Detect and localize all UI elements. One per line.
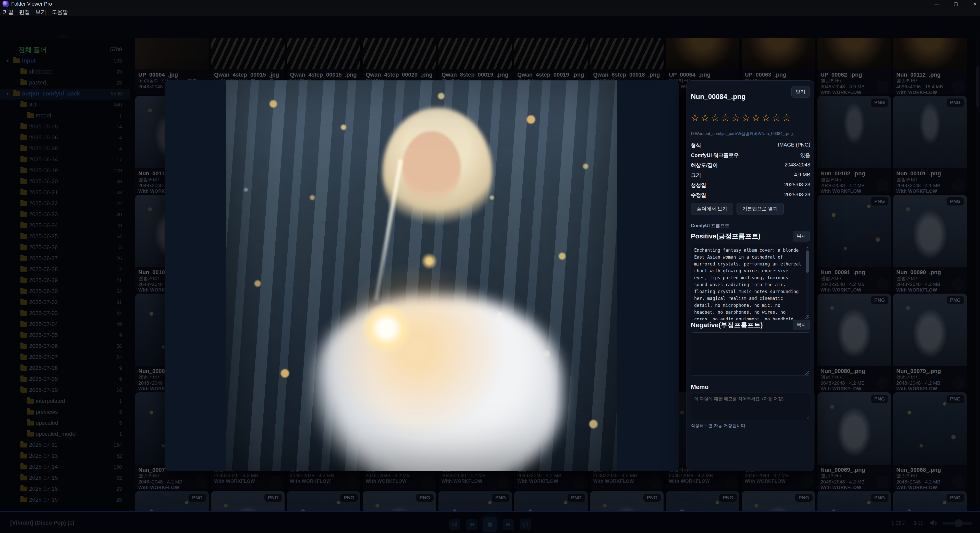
field-row: 크기4.9 MB: [691, 170, 810, 180]
file-details-panel: 닫기 Nun_00084_.png ☆☆☆☆☆☆☆☆☆☆ D:₩output_c…: [687, 80, 814, 471]
menu-item-보기[interactable]: 보기: [33, 8, 49, 16]
menu-bar: 파일편집보기도움말: [0, 8, 980, 16]
menu-item-편집[interactable]: 편집: [16, 8, 33, 16]
negative-prompt-label: Negative(부정프롬프트): [691, 321, 763, 329]
field-value: IMAGE (PNG): [778, 142, 810, 148]
copy-negative-button[interactable]: 복사: [793, 320, 810, 330]
negative-prompt-textarea[interactable]: [691, 333, 810, 375]
field-value: 2048×2048: [784, 162, 810, 168]
field-label: 형식: [691, 142, 701, 149]
rating-star-icon[interactable]: ☆: [772, 112, 782, 123]
file-metadata-fields: 형식IMAGE (PNG)ComfyUI 워크플로우있음해상도/길이2048×2…: [691, 140, 810, 200]
memo-box: [691, 393, 810, 420]
field-row: 형식IMAGE (PNG): [691, 140, 810, 150]
vignette: [226, 80, 617, 471]
rating-stars[interactable]: ☆☆☆☆☆☆☆☆☆☆: [690, 112, 792, 124]
memo-textarea[interactable]: [691, 393, 810, 420]
field-label: 수정일: [691, 192, 706, 199]
field-label: 크기: [691, 172, 701, 179]
viewed-image[interactable]: [226, 80, 617, 471]
app-window: Folder Viewer Pro — ▢ ✕ 파일편집보기도움말 ‹ 최신순: [0, 0, 980, 533]
menu-item-도움말[interactable]: 도움말: [49, 8, 71, 16]
negative-prompt-box: [691, 333, 810, 376]
resize-handle-icon[interactable]: [805, 415, 809, 419]
resize-handle-icon[interactable]: [805, 315, 809, 319]
field-value: 2025-08-23: [784, 192, 810, 197]
field-row: 생성일2025-08-23: [691, 180, 810, 190]
rating-star-icon[interactable]: ☆: [711, 112, 721, 123]
rating-star-icon[interactable]: ☆: [700, 112, 711, 123]
memo-autosave-hint: 작성해두면 자동 저장됩니다: [691, 423, 745, 429]
resize-handle-icon[interactable]: [805, 371, 809, 375]
scrollbar-thumb[interactable]: [806, 250, 809, 273]
prompt-section-label: ComfyUI 프롬프트: [691, 223, 729, 229]
copy-positive-button[interactable]: 복사: [793, 231, 810, 242]
rating-star-icon[interactable]: ☆: [731, 112, 741, 123]
rating-star-icon[interactable]: ☆: [762, 112, 772, 123]
rating-star-icon[interactable]: ☆: [741, 112, 751, 123]
field-value: 4.9 MB: [794, 172, 810, 178]
memo-label: Memo: [691, 383, 708, 391]
prompt-scrollbar[interactable]: [806, 246, 809, 318]
close-button[interactable]: ✕: [969, 0, 980, 8]
rating-star-icon[interactable]: ☆: [751, 112, 762, 123]
close-panel-button[interactable]: 닫기: [791, 86, 810, 98]
action-button-폴더에서 보기[interactable]: 폴더에서 보기: [691, 203, 733, 215]
file-path: D:₩output_comfyui_pack₩앨범커버₩Nun_00084_.p…: [691, 131, 810, 137]
maximize-button[interactable]: ▢: [950, 0, 961, 8]
minimize-button[interactable]: —: [931, 0, 942, 8]
scroll-up-icon[interactable]: [807, 247, 808, 248]
field-value: 2025-08-23: [784, 182, 810, 188]
field-row: 해상도/길이2048×2048: [691, 160, 810, 170]
file-action-buttons: 폴더에서 보기기본앱으로 열기: [691, 203, 788, 215]
positive-prompt-label: Positive(긍정프롬프트): [691, 232, 760, 241]
field-label: ComfyUI 워크플로우: [691, 152, 739, 159]
rating-star-icon[interactable]: ☆: [721, 112, 731, 123]
rating-star-icon[interactable]: ☆: [782, 112, 792, 123]
file-name: Nun_00084_.png: [691, 93, 746, 101]
field-row: 수정일2025-08-23: [691, 190, 810, 200]
field-label: 생성일: [691, 182, 706, 189]
app-title: Folder Viewer Pro: [11, 1, 52, 7]
field-value: 있음: [800, 152, 810, 159]
field-label: 해상도/길이: [691, 162, 718, 169]
menu-item-파일[interactable]: 파일: [0, 8, 16, 16]
field-row: ComfyUI 워크플로우있음: [691, 150, 810, 160]
positive-prompt-textarea[interactable]: Enchanting fantasy album cover: a blonde…: [691, 244, 810, 320]
image-viewer-modal: [165, 80, 679, 471]
action-button-기본앱으로 열기[interactable]: 기본앱으로 열기: [737, 203, 783, 215]
positive-prompt-box: Enchanting fantasy album cover: a blonde…: [691, 244, 810, 320]
rating-star-icon[interactable]: ☆: [690, 112, 700, 123]
title-bar: Folder Viewer Pro — ▢ ✕: [0, 0, 980, 8]
app-logo-icon: [3, 1, 9, 7]
